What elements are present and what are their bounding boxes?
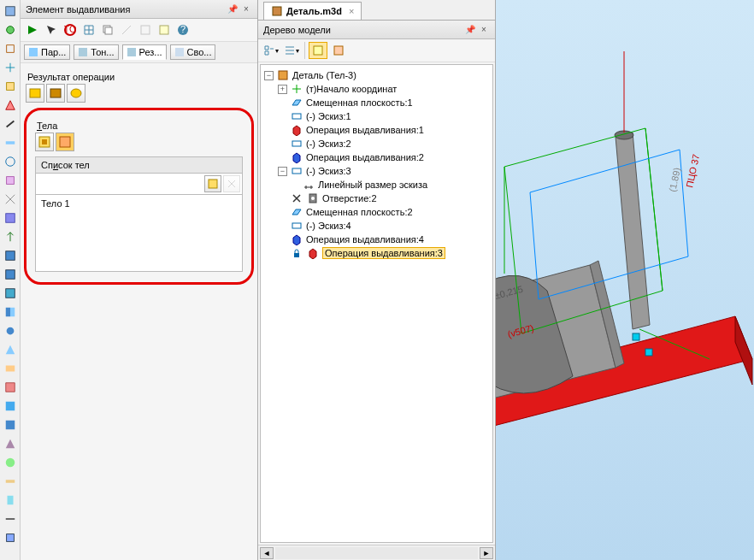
- tree-node[interactable]: Операция выдавливания:2: [262, 150, 491, 164]
- tool-icon[interactable]: [2, 97, 19, 114]
- tool-icon[interactable]: [2, 454, 19, 471]
- tool-icon[interactable]: [2, 510, 19, 528]
- tool-icon[interactable]: [2, 473, 19, 490]
- horizontal-scrollbar[interactable]: ◄ ►: [258, 545, 495, 560]
- tree-tool-icon[interactable]: ▾: [282, 42, 301, 59]
- tool-icon[interactable]: [2, 40, 19, 57]
- tree-node[interactable]: (-) Эскиз:4: [262, 219, 491, 233]
- tool-icon[interactable]: [2, 416, 19, 433]
- tree-header: Дерево модели 📌 ×: [258, 21, 495, 39]
- tree-tool-icon[interactable]: ▾: [262, 42, 280, 59]
- tool-icon[interactable]: [2, 115, 19, 133]
- list-item[interactable]: Тело 1: [41, 198, 237, 209]
- expand-icon[interactable]: +: [278, 85, 287, 94]
- arrow-icon[interactable]: [24, 21, 41, 38]
- cursor-icon[interactable]: [43, 21, 60, 38]
- tree-node[interactable]: + (т)Начало координат: [262, 82, 491, 96]
- tool-icon[interactable]: [2, 285, 19, 302]
- annotation: (1.89): [667, 167, 682, 193]
- tree-toolbar: ▾ ▾: [258, 39, 495, 62]
- pin-icon[interactable]: 📌: [227, 3, 239, 15]
- tree-node[interactable]: − (-) Эскиз:3: [262, 164, 491, 178]
- tool-icon[interactable]: [2, 172, 19, 189]
- result-mode-icon[interactable]: [67, 84, 85, 103]
- document-title: Деталь.m3d: [286, 6, 342, 16]
- svg-rect-41: [314, 46, 322, 55]
- tree-node[interactable]: Операция выдавливания:4: [262, 233, 491, 246]
- svg-rect-4: [5, 141, 15, 144]
- bodies-mode-icon[interactable]: [35, 133, 54, 151]
- tab-thin[interactable]: Тон...: [74, 44, 118, 60]
- tool-icon[interactable]: [2, 360, 19, 377]
- tree-node[interactable]: Смещенная плоскость:2: [262, 205, 491, 219]
- svg-rect-12: [10, 308, 15, 317]
- svg-rect-49: [292, 223, 301, 228]
- tool-icon[interactable]: [2, 59, 19, 76]
- scroll-right-icon[interactable]: ►: [480, 547, 493, 559]
- close-icon[interactable]: ×: [349, 6, 354, 16]
- tool-icon[interactable]: [2, 529, 19, 546]
- tool-icon[interactable]: [2, 379, 19, 396]
- tool-icon[interactable]: [2, 153, 19, 170]
- collapse-icon[interactable]: −: [278, 167, 287, 176]
- help-icon[interactable]: ?: [174, 21, 191, 38]
- tool-icon[interactable]: [2, 209, 19, 227]
- collapse-icon[interactable]: −: [264, 71, 274, 80]
- bodies-mode-icon[interactable]: [56, 133, 74, 151]
- tool-icon[interactable]: [2, 191, 19, 208]
- tree-tool-icon[interactable]: [309, 42, 327, 59]
- tree-label: Линейный размер эскиза: [318, 180, 427, 190]
- tool-icon[interactable]: [2, 398, 19, 415]
- sketch-icon: [290, 138, 303, 150]
- tree-node[interactable]: Линейный размер эскиза: [262, 178, 491, 192]
- model-tree[interactable]: − Деталь (Тел-3) + (т)Начало координат С…: [260, 64, 493, 543]
- scroll-track[interactable]: [275, 547, 478, 559]
- panel-title: Элемент выдавливания: [26, 4, 130, 15]
- tool-icon[interactable]: [2, 322, 19, 339]
- copy-icon[interactable]: [99, 21, 116, 38]
- tree-node[interactable]: Смещенная плоскость:1: [262, 96, 491, 109]
- body-list[interactable]: Тело 1: [35, 195, 243, 272]
- svg-rect-34: [30, 89, 40, 97]
- tool-icon[interactable]: [2, 134, 19, 151]
- close-icon[interactable]: ×: [240, 3, 252, 15]
- tool-icon[interactable]: [2, 3, 19, 20]
- result-mode-icon[interactable]: [26, 84, 44, 103]
- document-tab[interactable]: Деталь.m3d ×: [263, 2, 362, 20]
- tool-icon[interactable]: [2, 341, 19, 358]
- highlighted-section: Тела Список тел Тело 1: [24, 108, 254, 285]
- stop-icon[interactable]: STOP: [62, 21, 79, 38]
- tree-node[interactable]: − Деталь (Тел-3): [262, 68, 491, 82]
- tree-node[interactable]: (-) Эскиз:2: [262, 137, 491, 150]
- svg-rect-2: [6, 83, 14, 91]
- tool-icon[interactable]: [2, 304, 19, 321]
- add-body-icon[interactable]: [204, 175, 221, 192]
- grid-icon[interactable]: [80, 21, 97, 38]
- tab-params[interactable]: Пар...: [24, 44, 70, 60]
- pin-icon[interactable]: 📌: [464, 24, 476, 36]
- tab-props[interactable]: Сво...: [170, 44, 216, 60]
- tree-label: Операция выдавливания:2: [306, 152, 424, 162]
- tree-tool-icon[interactable]: [329, 42, 348, 59]
- tree-label: Отверстие:2: [322, 193, 377, 203]
- note-icon[interactable]: [156, 21, 173, 38]
- result-mode-icon[interactable]: [46, 84, 65, 103]
- tool-icon[interactable]: [2, 266, 19, 283]
- tree-label: Смещенная плоскость:1: [306, 97, 413, 108]
- tree-node[interactable]: (-) Эскиз:1: [262, 109, 491, 123]
- tool-icon[interactable]: [2, 228, 19, 245]
- scroll-left-icon[interactable]: ◄: [260, 547, 274, 559]
- svg-point-13: [6, 327, 14, 335]
- close-icon[interactable]: ×: [478, 24, 490, 36]
- tool-icon[interactable]: [2, 435, 19, 452]
- tabs-row: Пар... Тон... Рез... Сво...: [21, 42, 257, 63]
- tree-node[interactable]: Отверстие:2: [262, 192, 491, 205]
- tool-icon[interactable]: [2, 78, 19, 95]
- tool-icon[interactable]: [2, 492, 19, 509]
- tree-node[interactable]: Операция выдавливания:1: [262, 123, 491, 137]
- tool-icon[interactable]: [2, 247, 19, 264]
- 3d-viewport[interactable]: (v507) ±0,215 ПЦО 37 (1.89): [496, 0, 754, 560]
- tool-icon[interactable]: [2, 21, 19, 38]
- tab-result[interactable]: Рез...: [122, 44, 167, 60]
- tree-node[interactable]: Операция выдавливания:3: [262, 246, 491, 260]
